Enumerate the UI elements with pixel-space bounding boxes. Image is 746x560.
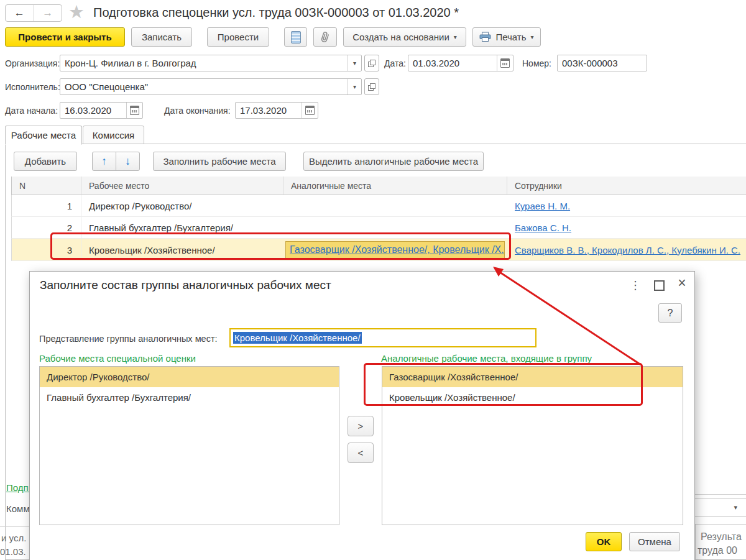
date-field[interactable]: 01.03.2020: [408, 55, 513, 71]
table-row[interactable]: 1 Директор /Руководство/ Кураев Н. М.: [11, 195, 746, 217]
right-list-label: Аналогичные рабочие места, входящие в гр…: [381, 353, 592, 364]
executor-value: ООО "Спецоценка": [60, 81, 348, 92]
similar-cell[interactable]: [283, 217, 507, 239]
table-header-row: N Рабочее место Аналогичные места Сотруд…: [11, 177, 746, 195]
post-button[interactable]: Провести: [207, 27, 269, 47]
add-button[interactable]: Добавить: [14, 152, 77, 171]
workplace-cell[interactable]: Главный бухгалтер /Бухгалтерия/: [81, 217, 283, 239]
print-label: Печать: [495, 32, 526, 42]
chevron-down-icon: ▾: [454, 34, 457, 40]
calendar-icon: [500, 58, 510, 68]
attachments-button[interactable]: [313, 27, 337, 47]
background-combo-field[interactable]: ▾: [691, 498, 746, 516]
list-item[interactable]: Главный бухгалтер /Бухгалтерия/: [40, 387, 339, 408]
table-row-selected[interactable]: 3 Кровельщик /Хозяйственное/ Газосварщик…: [11, 239, 746, 261]
date-start-label: Дата начала:: [5, 106, 58, 116]
presentation-input[interactable]: Кровельщик /Хозяйственное/: [229, 328, 536, 347]
dialog-close-button[interactable]: ×: [675, 275, 689, 290]
similar-link[interactable]: Газосварщик /Хозяйственное/, Кровельщик …: [290, 244, 505, 255]
write-button[interactable]: Записать: [131, 27, 192, 47]
result-text-fragment: Результа: [701, 531, 746, 543]
footer-text-fragment: и усл.: [1, 533, 29, 543]
date-end-calendar-button[interactable]: [302, 103, 318, 118]
dialog-maximize-button[interactable]: [652, 278, 666, 293]
help-button[interactable]: ?: [658, 303, 682, 323]
ok-button[interactable]: OK: [586, 532, 622, 551]
date-calendar-button[interactable]: [497, 55, 513, 71]
presentation-selected-text: Кровельщик /Хозяйственное/: [233, 332, 362, 344]
help-icon: ?: [668, 308, 673, 319]
select-similar-button[interactable]: Выделить аналогичные рабочие места: [303, 152, 484, 171]
print-button[interactable]: Печать ▾: [472, 27, 541, 47]
column-header-n[interactable]: N: [12, 177, 81, 195]
column-header-workplace[interactable]: Рабочее место: [81, 177, 283, 195]
executor-open-button[interactable]: [364, 78, 379, 95]
back-button[interactable]: ←: [6, 5, 34, 21]
list-item[interactable]: Кровельщик /Хозяйственное/: [382, 387, 683, 408]
column-header-employees[interactable]: Сотрудники: [507, 177, 746, 195]
forward-button[interactable]: →: [34, 5, 62, 21]
back-arrow-icon: ←: [14, 7, 25, 19]
executor-field[interactable]: ООО "Спецоценка" ▾: [60, 78, 362, 95]
post-and-close-button[interactable]: Провести и закрыть: [5, 27, 125, 47]
workplace-cell[interactable]: Кровельщик /Хозяйственное/: [81, 239, 283, 261]
signatures-link-fragment[interactable]: Подпи: [6, 482, 29, 493]
presentation-label: Представление группы аналогичных мест:: [39, 334, 218, 344]
favorite-star-icon[interactable]: ★: [68, 1, 85, 22]
comment-label-fragment: Комм: [6, 503, 29, 514]
date-start-calendar-button[interactable]: [126, 103, 142, 118]
dialog-menu-button[interactable]: ⋮: [628, 278, 643, 293]
divider: [0, 526, 29, 527]
close-icon: ×: [678, 275, 686, 291]
calendar-icon: [130, 106, 139, 115]
document-structure-button[interactable]: [284, 27, 307, 47]
nav-button-group: ← →: [5, 4, 62, 22]
number-field[interactable]: 00ЗК-000003: [557, 55, 647, 71]
organization-dropdown-button[interactable]: ▾: [348, 55, 361, 71]
paperclip-icon: [320, 31, 330, 43]
page-title: Подготовка спецоценки усл. труда 00ЗК-00…: [93, 6, 459, 20]
employees-link[interactable]: Сварщиков В. В., Крокодилов Л. С., Кулеб…: [515, 245, 740, 255]
date-label: Дата:: [384, 58, 406, 68]
move-left-icon: <: [358, 448, 364, 458]
chevron-down-icon: ▾: [531, 34, 534, 40]
assessment-workplaces-list: Директор /Руководство/ Главный бухгалтер…: [39, 366, 339, 525]
column-header-similar[interactable]: Аналогичные места: [283, 177, 507, 195]
list-item[interactable]: Директор /Руководство/: [40, 367, 339, 387]
footer-text-fragment: 01.03.: [0, 546, 28, 557]
fill-workplaces-button[interactable]: Заполнить рабочие места: [153, 152, 286, 171]
organization-field[interactable]: Крон-Ц. Филиал в г. Волгоград ▾: [60, 55, 362, 71]
left-list-label: Рабочие места специальной оценки: [39, 353, 196, 364]
similar-cell[interactable]: [283, 195, 507, 217]
date-start-field[interactable]: 16.03.2020: [60, 102, 143, 119]
date-end-field[interactable]: 17.03.2020: [235, 102, 318, 119]
employees-link[interactable]: Бажова С. Н.: [515, 223, 571, 233]
table-row[interactable]: 2 Главный бухгалтер /Бухгалтерия/ Бажова…: [11, 217, 746, 239]
dialog-title: Заполните состав группы аналогичных рабо…: [40, 278, 331, 292]
list-item[interactable]: Газосварщик /Хозяйственное/: [382, 367, 683, 387]
workplace-cell[interactable]: Директор /Руководство/: [81, 195, 283, 217]
employees-link[interactable]: Кураев Н. М.: [515, 201, 570, 211]
tab-commission[interactable]: Комиссия: [83, 126, 144, 144]
tab-workplaces[interactable]: Рабочие места: [5, 126, 82, 145]
create-based-on-button[interactable]: Создать на основании ▾: [343, 27, 466, 47]
move-up-button[interactable]: ↑: [92, 152, 116, 171]
similar-cell-editing[interactable]: Газосварщик /Хозяйственное/, Кровельщик …: [285, 241, 505, 259]
organization-open-button[interactable]: [364, 55, 379, 71]
date-end-value: 17.03.2020: [236, 105, 302, 116]
executor-dropdown-button[interactable]: ▾: [348, 79, 361, 94]
move-right-button[interactable]: >: [348, 416, 374, 436]
organization-label: Организация:: [5, 58, 60, 68]
number-value: 00ЗК-000003: [558, 58, 647, 68]
similar-group-dialog: Заполните состав группы аналогичных рабо…: [29, 271, 695, 560]
move-down-button[interactable]: ↓: [116, 152, 140, 171]
chevron-down-icon: ▾: [353, 60, 356, 67]
date-start-value: 16.03.2020: [60, 105, 126, 116]
open-form-icon: [368, 60, 375, 67]
arrow-down-icon: ↓: [125, 155, 131, 168]
result-text-fragment: труда 00: [698, 545, 746, 556]
cancel-button[interactable]: Отмена: [629, 532, 680, 551]
row-number: 2: [12, 217, 81, 239]
executor-label: Исполнитель:: [5, 82, 60, 92]
move-left-button[interactable]: <: [348, 443, 374, 463]
